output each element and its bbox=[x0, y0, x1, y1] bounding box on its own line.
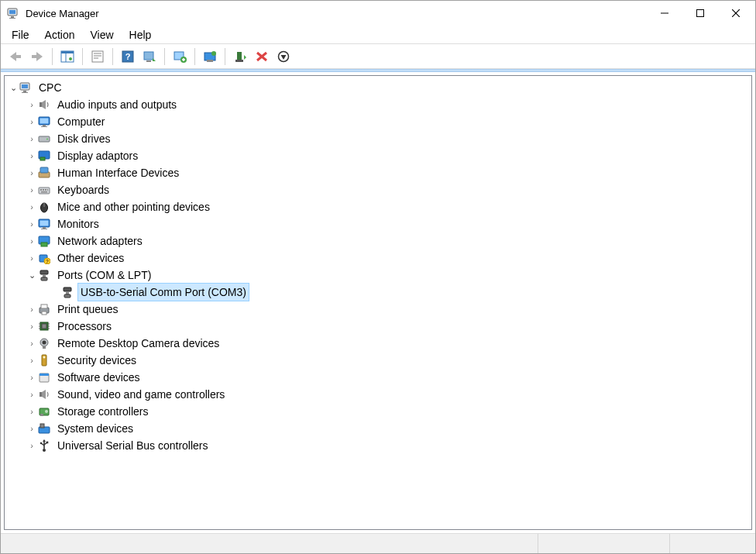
close-button[interactable] bbox=[718, 2, 754, 25]
device-tree[interactable]: ⌄ CPC › Audio inputs and outputs › Compu… bbox=[4, 75, 752, 530]
menu-file[interactable]: File bbox=[4, 27, 37, 43]
disable-button[interactable] bbox=[273, 46, 294, 67]
category-label: Processors bbox=[54, 318, 115, 335]
category-usb[interactable]: › Universal Serial Bus controllers bbox=[5, 437, 751, 454]
expand-caret[interactable]: › bbox=[26, 164, 37, 181]
tree-root-label: CPC bbox=[36, 79, 65, 96]
disk-icon bbox=[37, 132, 51, 146]
category-audio[interactable]: › Audio inputs and outputs bbox=[5, 96, 751, 113]
category-network[interactable]: › Network adapters bbox=[5, 232, 751, 249]
nic-icon bbox=[37, 234, 51, 248]
expand-caret[interactable]: › bbox=[26, 352, 37, 369]
category-security[interactable]: › Security devices bbox=[5, 352, 751, 369]
category-label: Universal Serial Bus controllers bbox=[54, 437, 211, 454]
toolbar: ? bbox=[1, 44, 755, 69]
expand-caret[interactable]: › bbox=[26, 198, 37, 215]
expand-caret[interactable]: › bbox=[26, 318, 37, 335]
monitor-icon bbox=[37, 217, 51, 231]
collapse-caret[interactable]: ⌄ bbox=[26, 267, 37, 284]
forward-button[interactable] bbox=[27, 46, 47, 67]
back-button[interactable] bbox=[5, 46, 26, 67]
update-driver-button[interactable] bbox=[200, 46, 220, 67]
uninstall-button[interactable] bbox=[252, 46, 272, 67]
expand-caret[interactable]: › bbox=[26, 437, 37, 454]
category-processors[interactable]: › Processors bbox=[5, 318, 751, 335]
category-monitors[interactable]: › Monitors bbox=[5, 215, 751, 232]
svg-rect-63 bbox=[697, 10, 704, 17]
svg-rect-67 bbox=[16, 55, 21, 58]
svg-marker-68 bbox=[36, 52, 43, 61]
device-usb-serial[interactable]: USB-to-Serial Comm Port (COM3) bbox=[5, 284, 751, 301]
expand-caret[interactable]: › bbox=[26, 147, 37, 164]
category-label: Software devices bbox=[54, 369, 143, 386]
expand-caret[interactable]: › bbox=[26, 386, 37, 403]
speaker-icon bbox=[37, 98, 51, 112]
category-printq[interactable]: › Print queues bbox=[5, 301, 751, 318]
category-rdcamera[interactable]: › Remote Desktop Camera devices bbox=[5, 335, 751, 352]
category-keyboard[interactable]: › Keyboards bbox=[5, 181, 751, 198]
show-hide-tree-button[interactable] bbox=[57, 46, 77, 67]
svg-rect-91 bbox=[235, 60, 243, 62]
maximize-button[interactable] bbox=[682, 2, 718, 25]
scan-button[interactable] bbox=[139, 46, 160, 67]
security-icon bbox=[37, 353, 51, 367]
expand-caret[interactable]: › bbox=[26, 369, 37, 386]
svg-marker-92 bbox=[244, 55, 246, 60]
svg-rect-74 bbox=[92, 51, 103, 62]
expand-caret[interactable]: › bbox=[26, 215, 37, 232]
category-display[interactable]: › Display adaptors bbox=[5, 147, 751, 164]
category-software[interactable]: › Software devices bbox=[5, 369, 751, 386]
expand-caret[interactable]: › bbox=[26, 181, 37, 198]
statusbar bbox=[1, 533, 755, 553]
storage-icon bbox=[37, 404, 51, 418]
category-label: Ports (COM & LPT) bbox=[54, 267, 154, 284]
svg-rect-80 bbox=[144, 52, 153, 60]
category-other[interactable]: › Other devices bbox=[5, 249, 751, 267]
computer-icon bbox=[19, 81, 33, 95]
install-button[interactable] bbox=[230, 46, 250, 67]
expand-caret[interactable]: › bbox=[26, 335, 37, 352]
add-legacy-button[interactable] bbox=[170, 46, 190, 67]
category-label: Monitors bbox=[54, 215, 102, 232]
category-storage[interactable]: › Storage controllers bbox=[5, 403, 751, 420]
keyboard-icon bbox=[37, 183, 51, 197]
category-label: Security devices bbox=[54, 352, 139, 369]
port-icon bbox=[37, 268, 51, 282]
category-system[interactable]: › System devices bbox=[5, 420, 751, 437]
category-label: Audio inputs and outputs bbox=[54, 96, 180, 113]
category-label: Sound, video and game controllers bbox=[54, 386, 228, 403]
category-computer[interactable]: › Computer bbox=[5, 113, 751, 130]
svg-rect-90 bbox=[237, 52, 242, 60]
category-label: Mice and other pointing devices bbox=[54, 198, 213, 215]
expand-caret[interactable]: › bbox=[26, 249, 37, 267]
accent-bar bbox=[1, 69, 755, 72]
menu-view[interactable]: View bbox=[82, 27, 121, 43]
help-button[interactable]: ? bbox=[118, 46, 138, 67]
category-label: Computer bbox=[54, 113, 108, 130]
category-mouse[interactable]: › Mice and other pointing devices bbox=[5, 198, 751, 215]
properties-button[interactable] bbox=[88, 46, 108, 67]
category-ports[interactable]: ⌄ Ports (COM & LPT) bbox=[5, 267, 751, 284]
category-label: System devices bbox=[54, 420, 136, 437]
cpu-icon bbox=[37, 319, 51, 333]
collapse-caret[interactable]: ⌄ bbox=[8, 79, 19, 96]
menu-help[interactable]: Help bbox=[122, 27, 160, 43]
svg-rect-82 bbox=[146, 60, 151, 62]
expand-caret[interactable]: › bbox=[26, 301, 37, 318]
svg-marker-66 bbox=[10, 52, 16, 61]
tree-root[interactable]: ⌄ CPC bbox=[5, 79, 751, 96]
category-disk[interactable]: › Disk drives bbox=[5, 130, 751, 147]
minimize-button[interactable] bbox=[647, 2, 682, 25]
expand-caret[interactable]: › bbox=[26, 420, 37, 437]
expand-caret[interactable]: › bbox=[26, 113, 37, 130]
expand-caret[interactable]: › bbox=[26, 232, 37, 249]
titlebar: Device Manager bbox=[1, 1, 755, 26]
category-hid[interactable]: › Human Interface Devices bbox=[5, 164, 751, 181]
expand-caret[interactable]: › bbox=[26, 130, 37, 147]
menu-action[interactable]: Action bbox=[37, 27, 83, 43]
expand-caret[interactable]: › bbox=[26, 403, 37, 420]
app-icon bbox=[7, 7, 19, 19]
expand-caret[interactable]: › bbox=[26, 96, 37, 113]
category-label: Human Interface Devices bbox=[54, 164, 182, 181]
category-sound[interactable]: › Sound, video and game controllers bbox=[5, 386, 751, 403]
